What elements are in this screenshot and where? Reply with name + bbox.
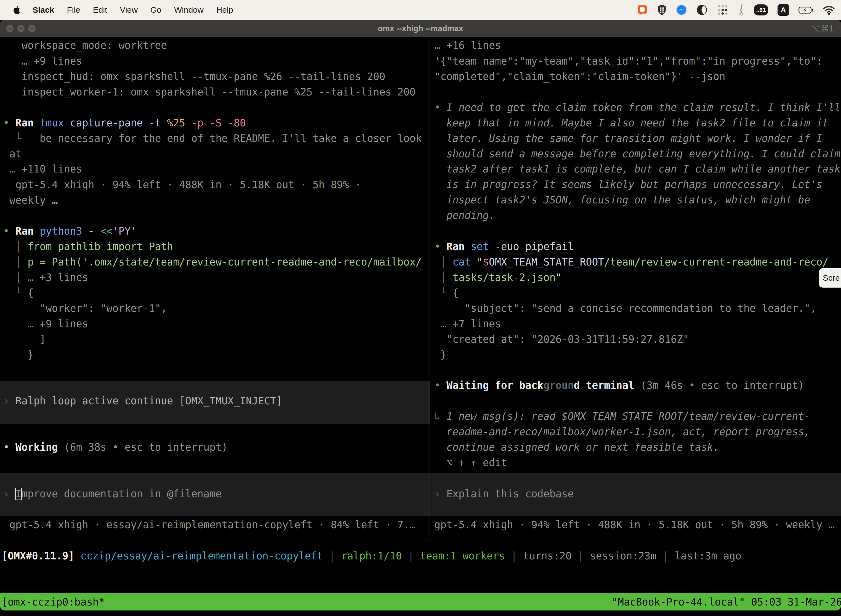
menu-item-app[interactable]: Slack — [32, 5, 54, 15]
text-segment: cczip/essay/ai-reimplementation-copyleft — [81, 550, 323, 562]
text-segment: turns:20 — [523, 550, 572, 562]
terminal-line: gpt-5.4 xhigh · essay/ai-reimplementatio… — [3, 517, 416, 532]
text-segment: } — [3, 349, 34, 361]
messenger-icon[interactable] — [676, 4, 687, 15]
terminal-line: "created_at": "2026-03-31T11:59:27.816Z" — [434, 332, 689, 347]
text-segment: Ran — [15, 225, 34, 237]
terminal-line: • Waiting for background terminal (3m 46… — [434, 378, 804, 393]
text-segment: (3m 46s • esc to interrupt) — [634, 380, 804, 392]
text-segment: later. Using the same for transition mig… — [434, 132, 822, 144]
menu-item-file[interactable]: File — [67, 5, 80, 15]
text-segment: gpt-5.4 xhigh · 94% left · 488K in · 5.1… — [3, 179, 361, 191]
window-shortcut-hint: ⌥⌘1 — [811, 20, 834, 37]
terminal-line: › Ralph loop active continue [OMX_TMUX_I… — [3, 393, 282, 409]
text-segment: └ — [434, 287, 453, 299]
arc-browser-icon[interactable] — [696, 4, 708, 15]
text-segment: } — [434, 349, 447, 361]
text-segment: 'PY' — [113, 225, 137, 237]
text-segment: … +9 lines — [3, 318, 88, 330]
text-segment: | — [402, 550, 420, 562]
dots-grid-icon[interactable] — [717, 4, 728, 16]
terminal-line: │ p = Path('.omx/state/team/review-curre… — [3, 254, 422, 270]
wifi-icon[interactable] — [823, 5, 835, 15]
notification-bubble-icon[interactable] — [637, 4, 648, 15]
text-segment: | — [323, 550, 341, 562]
text-segment: │ — [434, 271, 453, 283]
menu-item-go[interactable]: Go — [150, 5, 161, 15]
text-segment: └ — [3, 132, 40, 144]
text-segment: /team/review-current-readme-and-reco/ — [604, 256, 828, 268]
text-segment: inspect_hud: omx sparkshell --tmux-pane … — [3, 70, 385, 82]
monitor-badge-icon[interactable]: ..61 — [754, 4, 768, 15]
terminal-line: } — [3, 347, 34, 363]
text-segment: readme-and-reco/mailbox/worker-1.json, a… — [434, 426, 810, 438]
terminal-window: omx --xhigh --madmax ⌥⌘1 workspace_mode:… — [0, 20, 841, 610]
menu-item-help[interactable]: Help — [216, 5, 233, 15]
text-segment: │ — [434, 256, 453, 268]
text-segment: continue assigned work or next feasible … — [434, 441, 719, 453]
terminal-line: └ { — [3, 285, 34, 301]
battery-icon[interactable] — [799, 6, 813, 14]
terminal-line: is in progress? It seems likely but perh… — [434, 177, 822, 192]
text-segment: ↳ — [434, 411, 447, 422]
terminal-line: inspect_worker-1: omx sparkshell --tmux-… — [3, 84, 416, 100]
text-segment: is in progress? It seems likely but perh… — [434, 179, 822, 191]
menu-item-edit[interactable]: Edit — [93, 5, 107, 15]
terminal-line: } — [434, 347, 447, 363]
text-segment: python3 — [40, 225, 82, 237]
text-segment: │ — [3, 271, 28, 283]
text-segment: tmux — [40, 117, 64, 129]
input-source-icon[interactable]: A — [778, 4, 789, 16]
right-terminal-pane[interactable]: … +16 lines'{"team_name":"my-team","task… — [431, 37, 841, 540]
terminal-line: "worker": "worker-1", — [3, 301, 167, 316]
terminal-line: • Ran tmux capture-pane -t %25 -p -S -80 — [3, 115, 246, 131]
menu-bar: Slack File Edit View Go Window Help — [0, 0, 841, 20]
terminal-line: ⌥ + ↑ edit — [434, 455, 507, 471]
terminal-line: inspect task2's JSON, focusing on the st… — [434, 192, 810, 208]
left-terminal-pane[interactable]: workspace_mode: worktree … +9 lines insp… — [0, 37, 429, 540]
text-segment: gpt-5.4 xhigh · essay/ai-reimplementatio… — [3, 519, 416, 531]
text-segment: "subject": "send a concise recommendatio… — [434, 302, 816, 314]
screen-recording-notification[interactable]: Scre — [819, 268, 841, 287]
text-segment: ralph:1/10 — [341, 550, 402, 562]
text-segment: '{"team_name":"my-team","task_id":"1","f… — [434, 55, 822, 67]
terminal-line: "completed","claim_token":"claim-token"}… — [434, 69, 725, 84]
terminal-line: … +9 lines — [3, 54, 82, 69]
terminal-line: inspect_hud: omx sparkshell --tmux-pane … — [3, 69, 385, 84]
terminal-line: keep that in mind. Maybe I also need the… — [434, 115, 828, 131]
terminal-line: └ be necessary for the end of the README… — [3, 131, 422, 146]
menu-item-view[interactable]: View — [120, 5, 138, 15]
apple-menu-icon[interactable] — [13, 6, 21, 15]
text-segment: -p -S -80 — [185, 117, 246, 129]
text-segment: d terminal — [574, 380, 634, 392]
text-segment: Explain this codebase — [447, 488, 574, 500]
text-segment: { — [453, 287, 459, 299]
suggestion-row[interactable]: › Explain this codebase — [431, 473, 841, 516]
text-segment: I — [15, 488, 22, 500]
pane-border-horizontal-left — [0, 540, 429, 540]
ralph-loop-row[interactable]: › Ralph loop active continue [OMX_TMUX_I… — [0, 381, 429, 424]
text-segment: groun — [544, 380, 574, 392]
text-segment — [34, 225, 40, 237]
text-segment: "completed","claim_token":"claim-token"}… — [434, 70, 725, 82]
text-segment: at — [3, 148, 22, 160]
text-segment: … +3 lines — [28, 271, 88, 283]
pane-border-vertical[interactable] — [429, 37, 430, 540]
text-segment: weekly … — [3, 194, 58, 206]
terminal-line: │ tasks/task-2.json" — [434, 270, 562, 285]
shield-icon[interactable] — [657, 4, 667, 15]
window-title-bar[interactable]: omx --xhigh --madmax ⌥⌘1 — [0, 20, 841, 37]
omx-status-line: [OMX#0.11.9] cczip/essay/ai-reimplementa… — [1, 549, 741, 564]
terminal-line: "subject": "send a concise recommendatio… — [434, 301, 816, 316]
terminal-line: … +9 lines — [3, 316, 88, 332]
text-segment: Ran — [447, 241, 464, 252]
prompt-input-row[interactable]: › Improve documentation in @filename — [0, 473, 429, 516]
text-segment: { — [28, 287, 34, 299]
text-segment: task2 after task1 is complete, but can I… — [434, 163, 841, 175]
text-segment: should send a message before completing … — [434, 148, 841, 160]
menu-bar-status-icons: ..61 A — [637, 0, 835, 20]
squiggle-icon[interactable] — [738, 4, 744, 16]
menu-item-window[interactable]: Window — [174, 5, 204, 15]
text-segment: › — [3, 395, 15, 407]
terminal-line: ↳ 1 new msg(s): read $OMX_TEAM_STATE_ROO… — [434, 409, 810, 424]
